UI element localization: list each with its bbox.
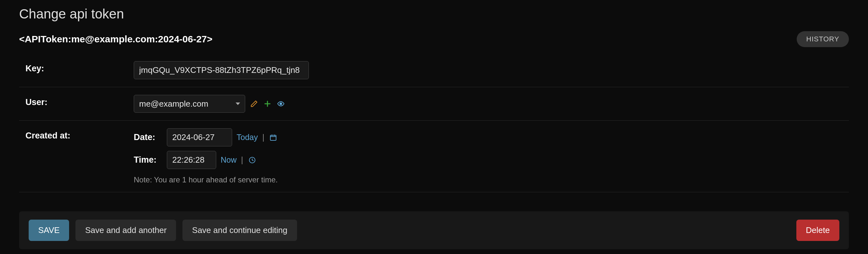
- field-user: me@example.com: [121, 95, 849, 113]
- field-created-at: Date: Today | Time:: [121, 128, 849, 184]
- header-row: <APIToken:me@example.com:2024-06-27> HIS…: [19, 31, 849, 47]
- now-link[interactable]: Now: [221, 155, 237, 164]
- save-button[interactable]: SAVE: [29, 220, 69, 241]
- user-select[interactable]: me@example.com: [134, 95, 245, 113]
- user-select-wrap: me@example.com: [134, 95, 245, 113]
- time-sublabel: Time:: [134, 155, 162, 165]
- date-sublabel: Date:: [134, 132, 162, 142]
- label-created-at: Created at:: [19, 128, 115, 141]
- svg-rect-3: [270, 135, 276, 140]
- save-bar: SAVE Save and add another Save and conti…: [19, 211, 849, 249]
- eye-icon[interactable]: [276, 99, 285, 108]
- clock-icon[interactable]: [248, 156, 257, 164]
- history-button[interactable]: HISTORY: [797, 31, 849, 47]
- today-link[interactable]: Today: [237, 133, 258, 142]
- calendar-icon[interactable]: [269, 133, 278, 142]
- page-title: Change api token: [19, 6, 849, 22]
- svg-point-2: [280, 103, 282, 105]
- pencil-icon[interactable]: [250, 99, 258, 108]
- save-continue-button[interactable]: Save and continue editing: [182, 220, 297, 241]
- label-user: User:: [19, 95, 115, 107]
- svg-line-12: [252, 160, 253, 161]
- time-input[interactable]: [167, 151, 216, 169]
- timezone-note: Note: You are 1 hour ahead of server tim…: [134, 176, 849, 184]
- delete-button[interactable]: Delete: [796, 220, 839, 241]
- plus-icon[interactable]: [263, 99, 272, 108]
- key-input[interactable]: [134, 61, 309, 79]
- save-add-another-button[interactable]: Save and add another: [75, 220, 176, 241]
- pipe-sep: |: [262, 133, 265, 142]
- row-created-at: Created at: Date: Today |: [19, 121, 849, 192]
- row-user: User: me@example.com: [19, 87, 849, 121]
- change-form-page: Change api token <APIToken:me@example.co…: [0, 0, 868, 254]
- object-repr: <APIToken:me@example.com:2024-06-27>: [19, 34, 212, 44]
- pipe-sep-2: |: [241, 155, 243, 164]
- row-key: Key:: [19, 54, 849, 87]
- label-key: Key:: [19, 61, 115, 73]
- date-input[interactable]: [167, 128, 232, 147]
- field-key: [121, 61, 849, 79]
